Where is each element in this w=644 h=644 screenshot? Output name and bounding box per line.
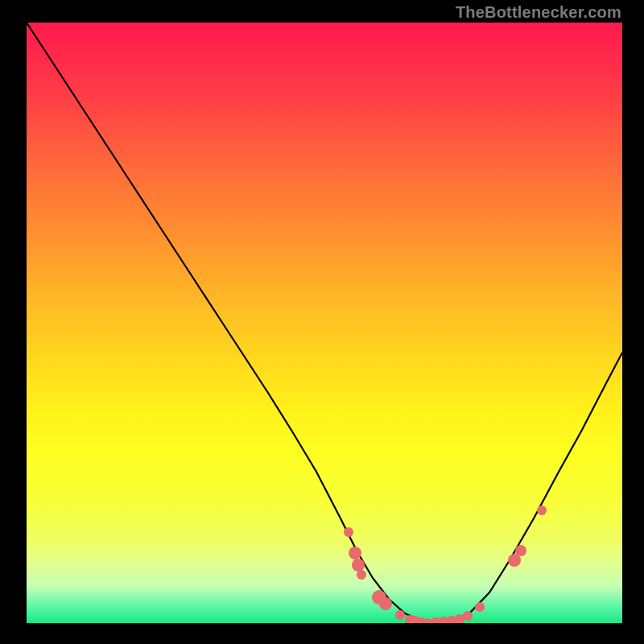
data-marker (357, 570, 366, 580)
data-marker (352, 559, 365, 572)
data-marker (379, 597, 392, 610)
watermark-text: TheBottlenecker.com (456, 3, 621, 22)
data-marker (395, 610, 405, 620)
data-marker (515, 545, 526, 556)
data-marker (344, 527, 353, 537)
data-marker (537, 506, 547, 515)
chart-frame: TheBottlenecker.com (0, 0, 644, 644)
data-marker (463, 611, 473, 621)
curve-layer (27, 23, 622, 623)
data-marker (475, 602, 485, 612)
plot-area (27, 23, 622, 623)
bottleneck-curve (27, 23, 622, 623)
curve-path (27, 23, 622, 623)
data-markers (344, 506, 547, 623)
data-marker (349, 547, 361, 559)
